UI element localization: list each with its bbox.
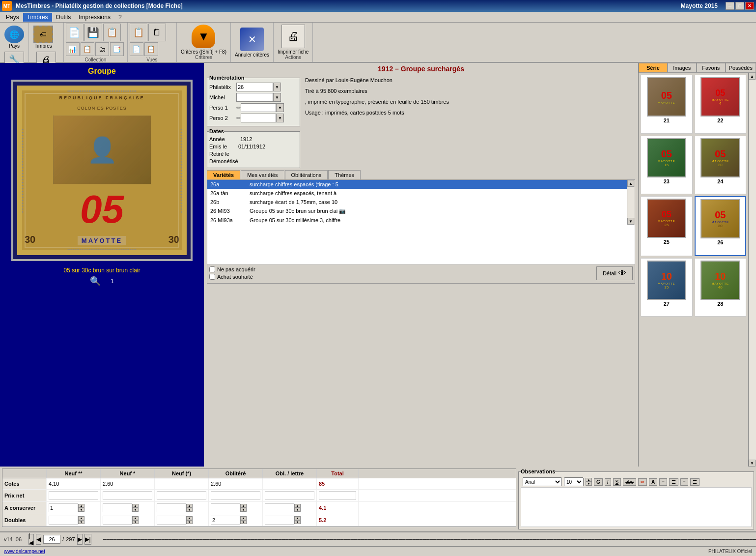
series-item-24[interactable]: 05 MAYOTTE 20 24: [695, 136, 747, 195]
doubles-neuf2-input[interactable]: [49, 516, 78, 525]
michel-input[interactable]: [236, 93, 273, 102]
tab-mes-varietes[interactable]: Mes variétés: [241, 170, 284, 179]
pays-button[interactable]: 🌐 Pays: [2, 25, 27, 50]
menu-pays[interactable]: Pays: [2, 13, 23, 22]
detail-button[interactable]: Détail 👁: [596, 266, 633, 280]
spin-down-4[interactable]: ▼: [240, 508, 247, 512]
obs-align-center-btn[interactable]: ☰: [669, 478, 678, 486]
variety-row-4[interactable]: 26 MI93a Groupe 05 sur 30c millésime 3, …: [207, 216, 627, 225]
collection-btn6[interactable]: 🗂: [95, 42, 109, 56]
collection-btn7[interactable]: 📑: [110, 42, 124, 56]
series-item-28[interactable]: 10 MAYOTTE 40 28: [695, 258, 747, 317]
perso1-input[interactable]: [241, 103, 276, 112]
doubles-neuf1-input[interactable]: [103, 516, 132, 525]
prix-net-neuf1-input[interactable]: [103, 491, 152, 500]
prix-net-neuf2-input[interactable]: [49, 491, 98, 500]
series-item-21[interactable]: 05 MAYOTTE 21: [641, 75, 693, 134]
minimize-button[interactable]: ─: [726, 2, 734, 10]
scroll-down[interactable]: ▼: [627, 218, 634, 225]
philatelix-input[interactable]: [236, 83, 273, 91]
spin-up-d1[interactable]: ▲: [78, 516, 84, 520]
obs-font-color-btn[interactable]: A: [649, 478, 657, 486]
close-button[interactable]: ✕: [745, 2, 754, 10]
doubles-oblitere-input[interactable]: [211, 516, 240, 525]
menu-impressions[interactable]: Impressions: [75, 13, 114, 22]
philatelix-dropdown[interactable]: ▼: [273, 83, 281, 91]
prix-net-obl-lettre-input[interactable]: [265, 491, 314, 500]
obs-align-right-btn[interactable]: ≡: [680, 478, 688, 486]
obs-color-btn[interactable]: ✏: [638, 478, 647, 486]
spin-down-3[interactable]: ▼: [186, 508, 193, 512]
series-item-23[interactable]: 05 MAYOTTE 15 23: [641, 136, 693, 195]
perso2-dropdown[interactable]: ▼: [276, 114, 284, 122]
spin-up-d4[interactable]: ▲: [240, 516, 247, 520]
timbres-button[interactable]: 🏷 Timbres: [31, 25, 56, 50]
obs-align-left-btn[interactable]: ≡: [659, 478, 667, 486]
series-tab-serie[interactable]: Série: [639, 63, 668, 73]
series-tab-favoris[interactable]: Favoris: [697, 63, 726, 73]
nav-next-button[interactable]: ▶: [77, 534, 83, 545]
tab-obliterations[interactable]: Oblitérations: [285, 170, 328, 179]
vues-btn3[interactable]: 📄: [130, 42, 143, 56]
menu-help[interactable]: ?: [114, 13, 126, 22]
a-conserver-obl-lettre-input[interactable]: [265, 503, 294, 512]
a-conserver-oblitere-input[interactable]: [211, 503, 240, 512]
variety-row-1[interactable]: 26a tàn surcharge chiffres espacés, tena…: [207, 189, 627, 198]
vues-btn4[interactable]: 📋: [144, 42, 158, 56]
series-tab-possedes[interactable]: Possédés: [726, 63, 756, 73]
series-scroll-up[interactable]: ▲: [749, 73, 756, 80]
menu-timbres[interactable]: Timbres: [23, 13, 52, 22]
obs-bold-btn[interactable]: G: [594, 478, 603, 486]
ne-pas-acquerir-checkbox[interactable]: [209, 266, 215, 272]
perso2-edit-icon[interactable]: ✏: [236, 115, 241, 121]
spin-up-2[interactable]: ▲: [132, 504, 139, 508]
variety-row-3[interactable]: 26 MI93 Groupe 05 sur 30c brun sur brun …: [207, 206, 627, 216]
maximize-button[interactable]: □: [735, 2, 744, 10]
series-tab-images[interactable]: Images: [668, 63, 697, 73]
nav-prev-button[interactable]: ◀: [36, 534, 41, 545]
perso2-input[interactable]: [241, 114, 276, 122]
a-conserver-neuf0-input[interactable]: [157, 503, 186, 512]
spin-down-5[interactable]: ▼: [294, 508, 301, 512]
perso1-edit-icon[interactable]: ✏: [236, 105, 241, 111]
obs-align-justify-btn[interactable]: ☰: [690, 478, 700, 486]
prix-net-oblitere-input[interactable]: [211, 491, 260, 500]
perso1-dropdown[interactable]: ▼: [276, 103, 284, 112]
spin-up[interactable]: ▲: [78, 504, 84, 508]
collection-new-btn[interactable]: 📄: [66, 24, 84, 41]
series-item-25[interactable]: 05 MAYOTTE 25 25: [641, 196, 693, 256]
michel-dropdown[interactable]: ▼: [273, 93, 281, 102]
a-conserver-neuf2-input[interactable]: [49, 503, 78, 512]
spin-down-d3[interactable]: ▼: [186, 520, 193, 524]
variety-row-0[interactable]: 26a surcharge chiffres espacés (tirage :…: [207, 180, 627, 189]
collection-btn4[interactable]: 📊: [66, 42, 80, 56]
obs-size-down[interactable]: ▼: [586, 482, 592, 486]
spin-down-d4[interactable]: ▼: [240, 520, 247, 524]
collection-doc-btn[interactable]: 📋: [103, 24, 121, 41]
menu-outils[interactable]: Outils: [52, 13, 75, 22]
collection-save-btn[interactable]: 💾: [84, 24, 102, 41]
nav-current-input[interactable]: [43, 535, 60, 544]
obs-content[interactable]: [521, 488, 752, 527]
nav-last-button[interactable]: ▶|: [84, 534, 91, 545]
prix-net-total-input[interactable]: [319, 491, 356, 500]
vues-btn2[interactable]: 🗒: [148, 24, 166, 41]
achat-souhaite-checkbox[interactable]: [209, 274, 215, 280]
obs-strikethrough-btn[interactable]: abe: [623, 478, 636, 486]
a-conserver-neuf1-input[interactable]: [103, 503, 132, 512]
obs-underline-btn[interactable]: S: [613, 478, 621, 486]
spin-down-d2[interactable]: ▼: [132, 520, 139, 524]
doubles-neuf0-input[interactable]: [157, 516, 186, 525]
spin-down-d1[interactable]: ▼: [78, 520, 84, 524]
tab-varietes[interactable]: Variétés: [207, 170, 240, 179]
spin-up-3[interactable]: ▲: [186, 504, 193, 508]
zoom-icon[interactable]: 🔍: [90, 276, 101, 287]
spin-up-d3[interactable]: ▲: [186, 516, 193, 520]
spin-down-2[interactable]: ▼: [132, 508, 139, 512]
collection-btn5[interactable]: 📋: [81, 42, 94, 56]
spin-up-d5[interactable]: ▲: [294, 516, 301, 520]
spin-up-5[interactable]: ▲: [294, 504, 301, 508]
series-scroll-down[interactable]: ▼: [749, 460, 756, 467]
website-link[interactable]: www.delcampe.net: [4, 549, 45, 554]
spin-up-4[interactable]: ▲: [240, 504, 247, 508]
